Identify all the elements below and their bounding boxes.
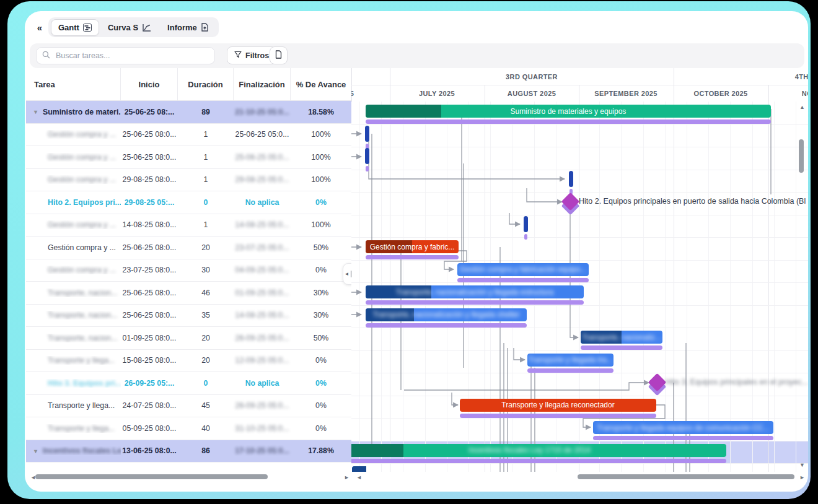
gantt-milestone-task-bar[interactable] xyxy=(365,148,369,164)
task-avance: 0% xyxy=(291,198,351,207)
gantt-task-bar[interactable]: Transporte, nacionaliz... xyxy=(581,331,662,344)
copy-button[interactable] xyxy=(270,46,288,64)
task-name: Transporte, nacion... xyxy=(48,289,117,297)
table-row[interactable]: ▾Suministro de materi...25-06-25 08:...8… xyxy=(26,101,351,124)
col-header-avance: % De Avance xyxy=(291,68,351,100)
task-dur: 1 xyxy=(178,220,234,229)
gantt-task-bar[interactable]: Transporte, nacionalización y llegada es… xyxy=(366,285,584,298)
table-scroll-right[interactable]: ► xyxy=(344,474,350,480)
gantt-scroll-left[interactable]: ◄ xyxy=(356,474,362,480)
month-label: SEPTEMBER 2025 xyxy=(594,85,657,102)
task-fin: 23-07-25 05:0... xyxy=(234,243,291,252)
task-name: Transporte y llega... xyxy=(48,424,115,433)
month-label: NOVEMBER 2025 xyxy=(802,85,808,102)
gantt-task-bar[interactable]: Transporte, nacionalización y llegada sh… xyxy=(366,308,527,321)
row-expand-icon[interactable]: ▾ xyxy=(34,448,40,454)
task-baseline-bar xyxy=(366,323,527,328)
task-bar-label: Gestión compra y fabricación equipo... xyxy=(457,263,589,276)
task-baseline-bar xyxy=(366,255,459,259)
task-name-cell: Transporte, nacion... xyxy=(26,311,121,319)
gantt-milestone-task-bar[interactable] xyxy=(569,171,573,187)
gantt-task-bar[interactable]: Transporte y llegada tra... xyxy=(527,354,614,367)
table-row[interactable]: ▾Incentivos fiscales Le...13-06-25 08:0.… xyxy=(26,440,351,463)
task-fin: 29-08-25 05:0... xyxy=(234,175,291,184)
task-fin: 17-10-25 05:0... xyxy=(234,446,291,455)
gantt-task-bar[interactable]: Suministro de materiales y equipos xyxy=(366,105,771,118)
task-dur: 1 xyxy=(178,153,234,162)
task-baseline-bar xyxy=(460,414,656,418)
task-name-cell: Gestión compra y ... xyxy=(26,243,121,252)
task-fin: 01-09-25 05:0... xyxy=(234,289,291,297)
table-row[interactable]: Transporte y llega...15-08-25 08:0...201… xyxy=(26,350,351,373)
table-row[interactable]: Transporte y llega...05-09-25 08:0...403… xyxy=(26,417,351,440)
gantt-task-bar[interactable]: Incentivos fiscales Ley 1715 de 2014 xyxy=(351,444,726,457)
task-inicio: 05-09-25 08:0... xyxy=(121,424,178,433)
task-dur: 35 xyxy=(178,311,234,319)
gantt-milestone-task-bar[interactable] xyxy=(524,216,528,232)
filters-label: Filtros xyxy=(245,51,269,60)
gantt-task-bar[interactable] xyxy=(352,466,366,472)
task-table: Tarea Inicio Duración Finalización % De … xyxy=(26,68,351,463)
task-bar-label: Transporte y llegada tra... xyxy=(527,354,614,367)
task-name: Gestión compra y ... xyxy=(48,266,116,274)
gantt-milestone-task-bar[interactable] xyxy=(365,126,369,142)
search-icon xyxy=(42,50,50,61)
task-inicio: 25-06-25 08:0... xyxy=(121,243,178,252)
table-row[interactable]: Transporte, nacion...01-09-25 08:0...202… xyxy=(26,327,351,350)
task-avance: 30% xyxy=(291,311,351,319)
task-dur: 20 xyxy=(178,356,234,365)
month-label: JULY 2025 xyxy=(419,85,455,102)
table-row[interactable]: Transporte, nacion...25-06-25 08:0...460… xyxy=(26,282,351,305)
gantt-scroll-right[interactable]: ► xyxy=(799,474,805,480)
task-name: Suministro de materi... xyxy=(43,108,121,116)
gantt-task-bar[interactable]: Transporte y llegada equipos de comunica… xyxy=(593,421,773,434)
task-inicio: 13-06-25 08:0... xyxy=(121,446,178,455)
row-expand-icon[interactable]: ▾ xyxy=(34,108,40,115)
task-name-cell: Transporte, nacion... xyxy=(26,289,121,297)
task-dur: 89 xyxy=(178,108,234,116)
table-row[interactable]: Gestión compra y ...23-07-25 08:0...3004… xyxy=(26,259,351,282)
search-box[interactable] xyxy=(36,47,215,64)
table-row[interactable]: Transporte, nacion...25-06-25 08:0...351… xyxy=(26,305,351,328)
gantt-task-bar[interactable]: Gestión compra y fabric... xyxy=(366,240,459,253)
table-scrollbar-thumb[interactable] xyxy=(35,474,268,479)
task-fin: 14-08-25 05:0... xyxy=(234,220,291,229)
collapse-sidebar-button[interactable]: « xyxy=(32,20,47,35)
table-row[interactable]: Gestión compra y ...29-08-25 08:0...129-… xyxy=(26,169,351,192)
toolbar: Filtros xyxy=(30,43,804,68)
task-inicio: 25-06-25 08:0... xyxy=(121,130,178,139)
app-window: « Gantt Curva S Informe xyxy=(25,11,808,492)
table-row[interactable]: Gestión compra y ...25-06-25 08:0...125-… xyxy=(26,124,351,147)
table-row[interactable]: Gestión compra y ...25-06-25 08:0...2023… xyxy=(26,237,351,259)
gantt-chart: 3RD QUARTER4TH QUARTER JUNE 2025JULY 202… xyxy=(351,68,808,472)
table-row[interactable]: Transporte y llega...24-07-25 08:0...452… xyxy=(26,395,351,418)
task-avance: 18.58% xyxy=(291,108,351,116)
view-tabs: Gantt Curva S Informe xyxy=(48,17,219,37)
task-dur: 0 xyxy=(178,379,234,388)
task-dur: 86 xyxy=(178,446,234,455)
task-fin: 25-06-25 05:0... xyxy=(234,153,291,162)
gantt-scrollbar-thumb[interactable] xyxy=(578,474,794,479)
tab-curva-s[interactable]: Curva S xyxy=(100,19,159,36)
gantt-task-bar[interactable]: Gestión compra y fabricación equipo... xyxy=(457,263,589,276)
month-divider xyxy=(485,85,485,102)
task-avance: 100% xyxy=(291,220,351,229)
table-row[interactable]: Gestión compra y ...25-06-25 08:0...125-… xyxy=(26,146,351,169)
gantt-task-bar[interactable]: Transporte y llegada reconectador xyxy=(460,399,656,412)
baseline-dot xyxy=(524,234,527,240)
table-body: ▾Suministro de materi...25-06-25 08:...8… xyxy=(26,101,351,463)
task-name-cell: Gestión compra y ... xyxy=(26,130,121,139)
task-inicio: 29-08-25 05:... xyxy=(121,198,178,207)
table-row[interactable]: Gestión compra y ...14-08-25 08:0...114-… xyxy=(26,214,351,237)
task-avance: 0% xyxy=(291,356,351,365)
tab-gantt[interactable]: Gantt xyxy=(51,19,99,36)
search-input[interactable] xyxy=(55,51,209,61)
table-row[interactable]: Hito 3. Equipos pri...26-09-25 05:...0No… xyxy=(26,372,351,395)
task-progress-fill xyxy=(352,466,366,472)
baseline-dot xyxy=(366,166,369,172)
task-name-cell: Gestión compra y ... xyxy=(26,153,121,162)
window-frame: « Gantt Curva S Informe xyxy=(7,1,811,499)
table-row[interactable]: Hito 2. Equipos pri...29-08-25 05:...0No… xyxy=(26,191,351,214)
quarter-divider xyxy=(390,68,390,85)
tab-informe[interactable]: Informe xyxy=(160,19,216,36)
